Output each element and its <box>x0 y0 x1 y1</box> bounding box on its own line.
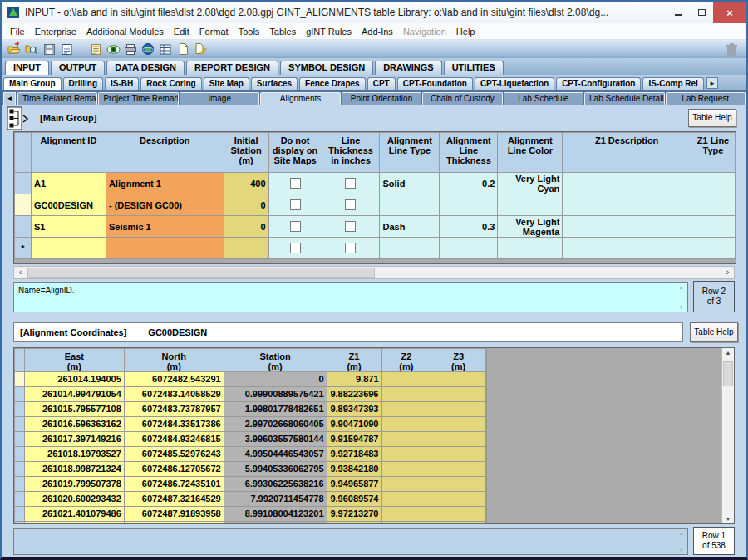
initial-station-cell[interactable]: 400 <box>224 173 268 194</box>
initial-station-cell[interactable]: 0 <box>224 194 268 216</box>
north-cell[interactable]: 6072487.32164529 <box>124 492 224 507</box>
z1-cell[interactable]: 9.91594787 <box>327 432 381 447</box>
tab-chain-of-custody[interactable]: Chain of Custody <box>422 92 502 105</box>
z1-description-cell[interactable] <box>563 238 691 259</box>
z1-cell[interactable]: 9.871 <box>327 372 381 387</box>
selector-cell[interactable] <box>15 402 25 417</box>
menu-tables[interactable]: Tables <box>264 25 301 38</box>
selector-cell[interactable] <box>15 194 32 216</box>
z3-cell[interactable] <box>431 462 486 477</box>
north-cell[interactable]: 6072485.52976243 <box>124 447 224 462</box>
checkbox[interactable] <box>345 178 356 189</box>
east-cell[interactable]: 261021.401079486 <box>24 507 124 522</box>
line-thickness-cell[interactable]: 0.2 <box>440 173 498 194</box>
north-cell[interactable]: 6072483.73787957 <box>124 402 224 417</box>
save-icon[interactable] <box>41 41 57 57</box>
selector-cell[interactable] <box>15 462 25 477</box>
edit-document-icon[interactable] <box>192 41 209 57</box>
line-thickness-inches-cell[interactable] <box>322 238 380 259</box>
description-cell[interactable]: - (DESIGN GC00) <box>106 194 224 216</box>
z2-cell[interactable] <box>381 477 431 492</box>
scroll-right-icon[interactable]: › <box>721 267 734 278</box>
checkbox[interactable] <box>290 243 301 253</box>
do-not-display-cell[interactable] <box>268 216 322 238</box>
tab-rock-coring[interactable]: Rock Coring <box>140 77 201 90</box>
alignment-id-cell[interactable]: S1 <box>31 216 106 238</box>
initial-station-cell[interactable]: 0 <box>224 216 268 238</box>
z1-line-type-cell[interactable] <box>691 216 735 238</box>
status-scroll[interactable]: ▲ ▼ <box>677 285 686 310</box>
scroll-up-icon[interactable]: ▲ <box>722 350 734 356</box>
east-cell[interactable]: 261015.795577108 <box>24 402 124 417</box>
status-scroll[interactable]: ▲ ▼ <box>677 531 686 553</box>
tab-alignments[interactable]: Alignments <box>260 92 340 105</box>
north-cell[interactable]: 6072486.12705672 <box>124 462 224 477</box>
z2-cell[interactable] <box>381 507 431 522</box>
z1-line-type-cell[interactable] <box>691 238 735 259</box>
tab-is-comp-rel[interactable]: IS-Comp Rel <box>642 77 703 90</box>
tab-cpt-liquefaction[interactable]: CPT-Liquefaction <box>475 77 554 90</box>
selector-cell[interactable] <box>15 216 32 238</box>
menu-enterprise[interactable]: Enterprise <box>30 25 81 38</box>
minimize-button[interactable] <box>667 3 690 22</box>
menu-help[interactable]: Help <box>451 25 480 38</box>
tab-project-time-remarks[interactable]: Project Time Remarks <box>98 92 178 105</box>
z1-description-cell[interactable] <box>563 216 691 238</box>
trash-icon[interactable] <box>723 41 740 57</box>
line-thickness-cell[interactable] <box>440 238 498 259</box>
z1-description-cell[interactable] <box>563 194 691 216</box>
line-color-cell[interactable] <box>498 238 563 259</box>
z3-cell[interactable] <box>431 372 486 387</box>
line-color-cell[interactable] <box>498 194 563 216</box>
tab-report-design[interactable]: REPORT DESIGN <box>186 61 278 75</box>
print-icon[interactable] <box>122 41 139 57</box>
scrollbar-thumb[interactable] <box>723 361 733 386</box>
z1-line-type-cell[interactable] <box>691 173 735 194</box>
north-cell[interactable]: 6072486.72435101 <box>124 477 224 492</box>
z3-cell[interactable] <box>431 447 486 462</box>
google-earth-icon[interactable] <box>140 41 156 57</box>
east-cell[interactable]: 261018.998721324 <box>24 462 124 477</box>
station-cell[interactable]: 0.99900889575421 <box>224 387 327 402</box>
z1-cell[interactable]: 9.90471090 <box>327 417 381 432</box>
tab-symbol-design[interactable]: SYMBOL DESIGN <box>280 61 373 75</box>
tab-utilities[interactable]: UTILITIES <box>444 61 504 75</box>
tab-cpt-foundation[interactable]: CPT-Foundation <box>397 77 473 90</box>
checkbox[interactable] <box>345 243 356 253</box>
station-cell[interactable]: 9.99008893722258 <box>224 522 327 524</box>
z1-description-cell[interactable] <box>563 173 691 194</box>
north-cell[interactable]: 6072487.91893958 <box>124 507 224 522</box>
new-document-icon[interactable] <box>175 41 191 57</box>
east-cell[interactable]: 261014.194005 <box>24 372 124 387</box>
station-cell[interactable]: 1.99801778482651 <box>224 402 327 417</box>
east-cell[interactable]: 261016.596363162 <box>24 417 124 432</box>
tab-output[interactable]: OUTPUT <box>51 61 105 75</box>
alignment-id-cell[interactable] <box>31 238 106 259</box>
menu-gint-rules[interactable]: gINT Rules <box>301 25 357 38</box>
selector-cell[interactable] <box>15 417 25 432</box>
menu-edit[interactable]: Edit <box>169 25 194 38</box>
line-thickness-cell[interactable] <box>440 194 498 216</box>
tab-is-bh[interactable]: IS-BH <box>105 77 139 90</box>
z3-cell[interactable] <box>431 402 486 417</box>
preview-eye-icon[interactable] <box>105 41 121 57</box>
vertical-scrollbar[interactable]: ▲ ▼ <box>721 348 734 523</box>
selector-cell[interactable] <box>15 492 25 507</box>
station-cell[interactable]: 8.99108004123201 <box>224 507 327 522</box>
line-color-cell[interactable]: Very Light Magenta <box>498 216 563 238</box>
alignment-id-cell[interactable]: GC00DESIGN <box>31 194 106 216</box>
z1-cell[interactable]: 9.96089574 <box>327 492 381 507</box>
alignment-id-cell[interactable]: A1 <box>31 173 106 194</box>
station-cell[interactable]: 3.99603557580144 <box>224 432 327 447</box>
tab-point-orientation[interactable]: Point Orientation <box>342 92 421 105</box>
tab-surfaces[interactable]: Surfaces <box>251 77 298 90</box>
station-cell[interactable]: 4.99504446543057 <box>224 447 327 462</box>
description-cell[interactable] <box>106 238 224 259</box>
tab-main-group[interactable]: Main Group <box>3 77 62 90</box>
z3-cell[interactable] <box>431 387 486 402</box>
menu-additional-modules[interactable]: Additional Modules <box>81 25 169 38</box>
menu-add-ins[interactable]: Add-Ins <box>357 25 398 38</box>
do-not-display-cell[interactable] <box>268 194 322 216</box>
z2-cell[interactable] <box>381 522 431 524</box>
z2-cell[interactable] <box>381 432 431 447</box>
